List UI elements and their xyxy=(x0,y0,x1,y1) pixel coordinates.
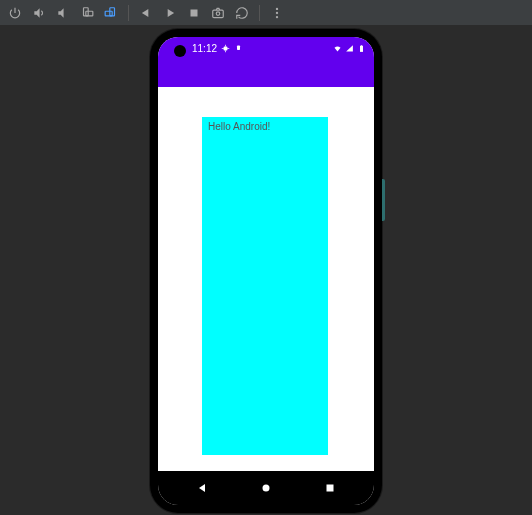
toolbar-separator xyxy=(128,5,129,21)
app-content: Hello Android! xyxy=(158,87,374,471)
volume-down-icon[interactable] xyxy=(54,4,72,22)
nav-back-button[interactable] xyxy=(182,482,222,494)
svg-rect-15 xyxy=(327,484,334,491)
volume-up-icon[interactable] xyxy=(30,4,48,22)
status-time: 11:12 xyxy=(192,43,217,54)
status-bar: 11:12 xyxy=(158,37,374,61)
emulator-stage: 11:12 xyxy=(0,26,532,515)
front-camera-cutout xyxy=(174,45,186,57)
svg-point-9 xyxy=(276,15,278,17)
camera-icon[interactable] xyxy=(209,4,227,22)
svg-rect-13 xyxy=(361,45,363,46)
wifi-icon xyxy=(333,44,342,53)
battery-icon xyxy=(357,44,366,53)
more-icon[interactable] xyxy=(268,4,286,22)
power-icon[interactable] xyxy=(6,4,24,22)
debug-icon xyxy=(221,44,230,53)
restart-icon[interactable] xyxy=(233,4,251,22)
device-power-button xyxy=(382,179,385,221)
device-screen: 11:12 xyxy=(158,37,374,505)
mute-icon xyxy=(234,44,243,53)
svg-point-8 xyxy=(276,11,278,13)
svg-point-10 xyxy=(223,46,228,51)
nav-recents-button[interactable] xyxy=(310,482,350,494)
svg-point-6 xyxy=(216,11,220,14)
system-nav-bar xyxy=(158,471,374,505)
rotate-right-icon[interactable] xyxy=(102,4,120,22)
svg-rect-1 xyxy=(86,11,93,16)
svg-point-7 xyxy=(276,7,278,9)
svg-rect-12 xyxy=(360,46,363,52)
app-action-bar xyxy=(158,61,374,87)
stop-icon[interactable] xyxy=(185,4,203,22)
svg-rect-11 xyxy=(237,46,240,51)
device-frame: 11:12 xyxy=(150,29,382,513)
toolbar-separator-2 xyxy=(259,5,260,21)
greeting-text: Hello Android! xyxy=(208,121,322,132)
emulator-toolbar xyxy=(0,0,532,26)
svg-rect-3 xyxy=(105,11,112,16)
nav-home-button[interactable] xyxy=(246,482,286,494)
cyan-box: Hello Android! xyxy=(202,117,328,455)
svg-rect-5 xyxy=(213,10,224,18)
signal-icon xyxy=(345,44,354,53)
svg-point-14 xyxy=(263,484,270,491)
svg-rect-4 xyxy=(191,9,198,16)
forward-step-icon[interactable] xyxy=(161,4,179,22)
back-step-icon[interactable] xyxy=(137,4,155,22)
rotate-left-icon[interactable] xyxy=(78,4,96,22)
